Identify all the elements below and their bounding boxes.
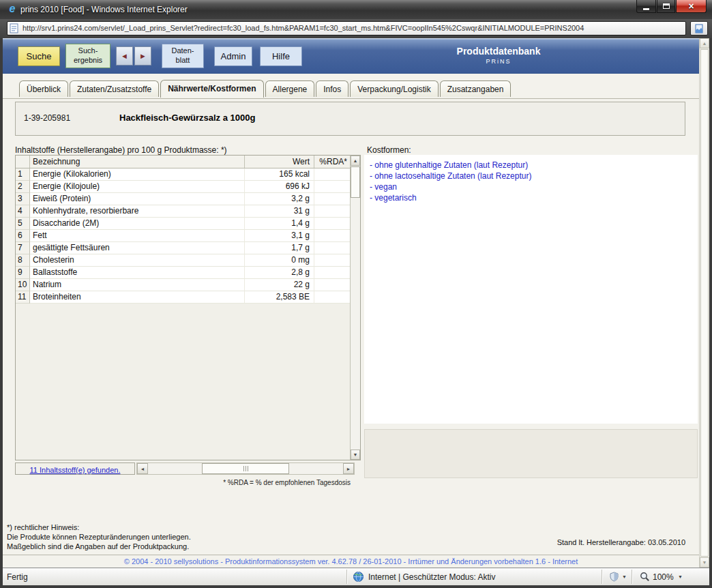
row-value: 1,4 g xyxy=(245,218,314,230)
scrollbar-thumb[interactable] xyxy=(351,166,360,198)
forward-button[interactable]: ► xyxy=(134,46,151,65)
row-value: 0 mg xyxy=(245,254,314,267)
legal-line-1: Die Produkte können Rezepturänderungen u… xyxy=(7,532,191,542)
app-toolbar: Suche Such- ergebnis ◄ ► Daten- blatt Ad… xyxy=(3,38,699,74)
row-value: 2,8 g xyxy=(245,267,314,279)
suchergebnis-button[interactable]: Such- ergebnis xyxy=(65,44,110,68)
kostform-link[interactable]: - ohne glutenhaltige Zutaten (laut Rezep… xyxy=(370,160,698,171)
legal-title: *) rechtlicher Hinweis: xyxy=(7,523,191,532)
tab-zusatzangaben[interactable]: Zusatzangaben xyxy=(440,80,511,97)
compatibility-view-button[interactable] xyxy=(690,21,708,35)
row-rda xyxy=(314,267,350,279)
row-value: 3,1 g xyxy=(245,230,314,242)
maximize-icon xyxy=(663,3,670,9)
admin-button[interactable]: Admin xyxy=(214,46,252,66)
app-brand: Produktdatenbank PRiNS xyxy=(447,46,550,65)
datenblatt-button[interactable]: Daten- blatt xyxy=(162,44,204,68)
nutrition-table-body: 1Energie (Kilokalorien)165 kcal2Energie … xyxy=(16,168,350,304)
scroll-up-icon[interactable]: ▲ xyxy=(700,38,709,48)
row-value: 696 kJ xyxy=(245,181,314,193)
kostformen-panel: - ohne glutenhaltige Zutaten (laut Rezep… xyxy=(364,155,698,424)
scrollbar-thumb[interactable] xyxy=(202,463,289,474)
scroll-down-icon[interactable]: ▼ xyxy=(700,557,709,568)
product-name: Hackfleisch-Gewürzsalz a 1000g xyxy=(119,113,255,123)
kostformen-extra-panel xyxy=(364,429,698,478)
row-rda xyxy=(314,193,350,205)
tab-verpackung-logistik[interactable]: Verpackung/Logistik xyxy=(350,80,438,97)
scroll-down-icon[interactable]: ▼ xyxy=(351,450,360,460)
row-name: Natrium xyxy=(30,279,245,291)
product-id: 1-39-205981 xyxy=(24,113,70,123)
legal-line-2: Maßgeblich sind die Angaben auf der Prod… xyxy=(7,542,191,551)
back-arrow-icon: ◄ xyxy=(121,52,128,60)
maximize-button[interactable] xyxy=(657,0,675,13)
row-value: 31 g xyxy=(245,205,314,218)
nutrition-row: 2Energie (Kilojoule)696 kJ xyxy=(16,181,350,193)
header-wert: Wert xyxy=(245,156,314,168)
globe-icon xyxy=(353,572,364,582)
row-rda xyxy=(314,218,350,230)
row-value: 22 g xyxy=(245,279,314,291)
shield-dropdown-icon[interactable]: ▼ xyxy=(622,574,627,579)
header-nr xyxy=(16,156,30,168)
address-bar-row: http://srv1.prins24.com/servlet/_Load_pr… xyxy=(0,19,712,38)
nutrition-row: 5Disaccharide (2M)1,4 g xyxy=(16,218,350,230)
tab-zutaten-zusatzstoffe[interactable]: Zutaten/Zusatzstoffe xyxy=(70,80,159,97)
found-count-link[interactable]: 11 Inhaltsstoff(e) gefunden. xyxy=(30,466,121,474)
nutrition-row: 6Fett3,1 g xyxy=(16,230,350,242)
tab-n-hrwerte-kostformen[interactable]: Nährwerte/Kostformen xyxy=(160,80,263,98)
found-count-box: 11 Inhaltsstoff(e) gefunden. xyxy=(15,462,135,475)
row-rda xyxy=(314,254,350,267)
scroll-up-icon[interactable]: ▲ xyxy=(351,156,360,166)
row-value: 2,583 BE xyxy=(245,291,314,304)
row-rda xyxy=(314,242,350,254)
table-vertical-scrollbar[interactable]: ▲ ▼ xyxy=(350,156,360,460)
scrollbar-thumb[interactable] xyxy=(700,49,709,557)
tab-infos[interactable]: Infos xyxy=(316,80,348,97)
kostform-link[interactable]: - vegetarisch xyxy=(370,192,698,203)
table-horizontal-scrollbar[interactable]: ◄ ► xyxy=(136,462,355,475)
row-rda xyxy=(314,279,350,291)
row-name: Eiweiß (Protein) xyxy=(30,193,245,205)
kostform-link[interactable]: - ohne lactosehaltige Zutaten (laut Reze… xyxy=(370,171,698,181)
ie-logo-icon: e xyxy=(6,3,18,15)
page-vertical-scrollbar[interactable]: ▲ ▼ xyxy=(699,38,709,568)
zoom-level[interactable]: 100% xyxy=(653,572,674,582)
row-rda xyxy=(314,230,350,242)
row-number: 6 xyxy=(16,230,30,242)
zoom-dropdown-icon[interactable]: ▼ xyxy=(678,574,683,579)
address-input[interactable]: http://srv1.prins24.com/servlet/_Load_pr… xyxy=(7,21,686,35)
tab-allergene[interactable]: Allergene xyxy=(265,80,315,97)
copyright-footer: © 2004 - 2010 sellysolutions - Produktin… xyxy=(3,555,699,568)
tab--berblick[interactable]: Überblick xyxy=(19,80,68,97)
separator xyxy=(632,570,632,584)
rda-footnote: * %RDA = % der empfohlenen Tagesdosis xyxy=(15,479,351,486)
product-header: 1-39-205981 Hackfleisch-Gewürzsalz a 100… xyxy=(15,102,685,136)
close-button[interactable]: × xyxy=(676,0,707,13)
nutrition-row: 9Ballaststoffe2,8 g xyxy=(16,267,350,279)
row-value: 3,2 g xyxy=(245,193,314,205)
security-zone-text: Internet | Geschützter Modus: Aktiv xyxy=(368,572,496,582)
scroll-right-icon[interactable]: ► xyxy=(343,463,354,474)
row-name: Fett xyxy=(30,230,245,242)
scroll-left-icon[interactable]: ◄ xyxy=(137,463,148,474)
separator xyxy=(346,570,347,584)
kostform-link[interactable]: - vegan xyxy=(370,181,698,192)
row-number: 9 xyxy=(16,267,30,279)
back-button[interactable]: ◄ xyxy=(116,46,133,65)
nutrition-row: 7gesättigte Fettsäuren1,7 g xyxy=(16,242,350,254)
nutrition-row: 1Energie (Kilokalorien)165 kcal xyxy=(16,168,350,181)
close-icon: × xyxy=(688,1,694,12)
separator xyxy=(602,570,602,584)
zoom-magnifier-icon[interactable] xyxy=(640,572,650,582)
smartscreen-shield-icon[interactable] xyxy=(610,572,619,582)
suche-button[interactable]: Suche xyxy=(18,46,60,66)
row-number: 1 xyxy=(16,168,30,181)
compatibility-view-icon xyxy=(694,24,704,33)
minimize-button[interactable] xyxy=(636,0,656,13)
hilfe-button[interactable]: Hilfe xyxy=(260,46,302,66)
nutrition-table: Bezeichnung Wert %RDA* 1Energie (Kilokal… xyxy=(15,155,361,460)
row-number: 7 xyxy=(16,242,30,254)
nutrition-row: 8Cholesterin0 mg xyxy=(16,254,350,267)
browser-window: e prins 2010 [Food] - Windows Internet E… xyxy=(0,0,712,588)
